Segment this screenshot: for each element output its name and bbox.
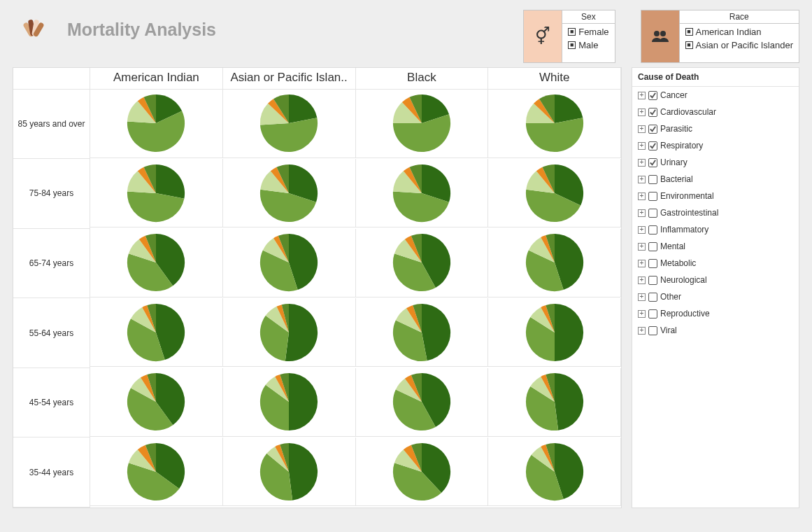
sex-option[interactable]: ■Male bbox=[568, 40, 608, 50]
pie-chart[interactable] bbox=[488, 368, 621, 437]
race-option-label: American Indian bbox=[696, 27, 762, 37]
checkbox-icon[interactable] bbox=[648, 209, 657, 218]
checkbox-checked-icon[interactable] bbox=[648, 108, 657, 117]
cause-item[interactable]: +Respiratory bbox=[632, 137, 799, 154]
expand-icon[interactable]: + bbox=[638, 310, 646, 318]
pie-chart[interactable] bbox=[90, 229, 223, 298]
pie-chart[interactable] bbox=[488, 298, 621, 367]
pie-chart[interactable] bbox=[488, 229, 621, 298]
cause-item[interactable]: +Cancer bbox=[632, 87, 799, 104]
expand-icon[interactable]: + bbox=[638, 176, 646, 183]
cause-item[interactable]: +Reproductive bbox=[632, 305, 799, 322]
pie-chart[interactable] bbox=[356, 229, 489, 298]
checkbox-icon[interactable] bbox=[648, 293, 657, 302]
row-header: 75-84 years bbox=[13, 159, 90, 229]
cause-item[interactable]: +Neurological bbox=[632, 272, 799, 288]
expand-icon[interactable]: + bbox=[638, 327, 646, 335]
pie-chart[interactable] bbox=[356, 159, 489, 227]
pie-chart[interactable] bbox=[223, 159, 356, 227]
cause-item-label: Respiratory bbox=[660, 141, 703, 150]
pie-chart[interactable] bbox=[223, 298, 356, 367]
pie-chart[interactable] bbox=[223, 229, 356, 298]
race-option[interactable]: ■American Indian bbox=[685, 27, 793, 37]
checkbox-icon[interactable] bbox=[648, 225, 657, 234]
pie-chart[interactable] bbox=[90, 298, 223, 367]
expand-icon[interactable]: + bbox=[638, 209, 646, 217]
pie-chart[interactable] bbox=[90, 159, 223, 227]
cause-item[interactable]: +Metabolic bbox=[632, 255, 799, 272]
checkbox-icon[interactable] bbox=[648, 242, 657, 251]
pie-chart[interactable] bbox=[356, 90, 489, 158]
cause-item[interactable]: +Cardiovascular bbox=[632, 104, 799, 120]
cause-item[interactable]: +Inflammatory bbox=[632, 221, 799, 238]
checkbox-icon[interactable]: ■ bbox=[685, 41, 693, 49]
column-header: Asian or Pacific Islan.. bbox=[223, 68, 356, 90]
checkbox-checked-icon[interactable] bbox=[648, 91, 657, 100]
cause-item-label: Cancer bbox=[660, 90, 688, 100]
cause-item-label: Cardiovascular bbox=[660, 107, 716, 117]
cause-item-label: Metabolic bbox=[660, 258, 696, 268]
expand-icon[interactable]: + bbox=[638, 226, 646, 234]
pie-grid: American IndianAsian or Pacific Islan..B… bbox=[13, 67, 622, 508]
pie-chart[interactable] bbox=[488, 90, 621, 158]
sex-filter: ⚥ Sex ■Female■Male bbox=[523, 10, 615, 63]
cause-item[interactable]: +Bacterial bbox=[632, 171, 799, 188]
race-filter-title: Race bbox=[679, 10, 799, 24]
expand-icon[interactable]: + bbox=[638, 142, 646, 150]
pie-chart[interactable] bbox=[488, 438, 621, 506]
cause-item-label: Inflammatory bbox=[660, 225, 708, 234]
expand-icon[interactable]: + bbox=[638, 260, 646, 267]
race-option-label: Asian or Pacific Islander bbox=[696, 40, 793, 50]
svg-point-4 bbox=[654, 31, 660, 36]
cause-item[interactable]: +Parasitic bbox=[632, 120, 799, 137]
race-option[interactable]: ■Asian or Pacific Islander bbox=[685, 40, 793, 50]
pie-chart[interactable] bbox=[356, 438, 489, 506]
checkbox-checked-icon[interactable] bbox=[648, 125, 657, 134]
row-header: 65-74 years bbox=[13, 229, 90, 299]
cause-item[interactable]: +Mental bbox=[632, 238, 799, 255]
cause-item-label: Gastrointestinal bbox=[660, 208, 718, 218]
expand-icon[interactable]: + bbox=[638, 293, 646, 301]
cause-item[interactable]: +Other bbox=[632, 288, 799, 305]
main: American IndianAsian or Pacific Islan..B… bbox=[13, 67, 799, 508]
pie-chart[interactable] bbox=[356, 298, 489, 367]
pie-chart[interactable] bbox=[488, 159, 621, 227]
checkbox-icon[interactable] bbox=[648, 192, 657, 201]
sex-option[interactable]: ■Female bbox=[568, 27, 608, 37]
checkbox-icon[interactable] bbox=[648, 276, 657, 285]
column-header: Black bbox=[356, 68, 489, 90]
pie-chart[interactable] bbox=[90, 90, 223, 158]
checkbox-icon[interactable] bbox=[648, 175, 657, 184]
cause-item-label: Reproductive bbox=[660, 309, 710, 318]
expand-icon[interactable]: + bbox=[638, 276, 646, 284]
expand-icon[interactable]: + bbox=[638, 92, 646, 99]
row-header: 45-54 years bbox=[13, 368, 90, 438]
checkbox-icon[interactable] bbox=[648, 259, 657, 268]
expand-icon[interactable]: + bbox=[638, 243, 646, 251]
expand-icon[interactable]: + bbox=[638, 108, 646, 116]
expand-icon[interactable]: + bbox=[638, 192, 646, 200]
pie-chart[interactable] bbox=[223, 90, 356, 158]
checkbox-checked-icon[interactable] bbox=[648, 141, 657, 150]
pie-chart[interactable] bbox=[356, 368, 489, 437]
checkbox-icon[interactable]: ■ bbox=[685, 28, 693, 36]
pie-chart[interactable] bbox=[223, 368, 356, 437]
checkbox-checked-icon[interactable] bbox=[648, 158, 657, 167]
checkbox-icon[interactable]: ■ bbox=[568, 41, 576, 49]
expand-icon[interactable]: + bbox=[638, 159, 646, 167]
cause-item-label: Environmental bbox=[660, 191, 714, 201]
header: Mortality Analysis ⚥ Sex ■Female■Male Ra… bbox=[13, 10, 799, 63]
checkbox-icon[interactable]: ■ bbox=[568, 28, 576, 36]
pie-chart[interactable] bbox=[223, 438, 356, 506]
sex-option-label: Male bbox=[578, 40, 598, 50]
expand-icon[interactable]: + bbox=[638, 125, 646, 133]
pie-chart[interactable] bbox=[90, 438, 223, 506]
checkbox-icon[interactable] bbox=[648, 309, 657, 318]
pie-chart[interactable] bbox=[90, 368, 223, 437]
cause-item[interactable]: +Viral bbox=[632, 322, 799, 339]
cause-item[interactable]: +Environmental bbox=[632, 188, 799, 204]
cause-item[interactable]: +Urinary bbox=[632, 154, 799, 171]
cause-item[interactable]: +Gastrointestinal bbox=[632, 204, 799, 221]
checkbox-icon[interactable] bbox=[648, 326, 657, 335]
cause-panel-title: Cause of Death bbox=[632, 68, 799, 87]
